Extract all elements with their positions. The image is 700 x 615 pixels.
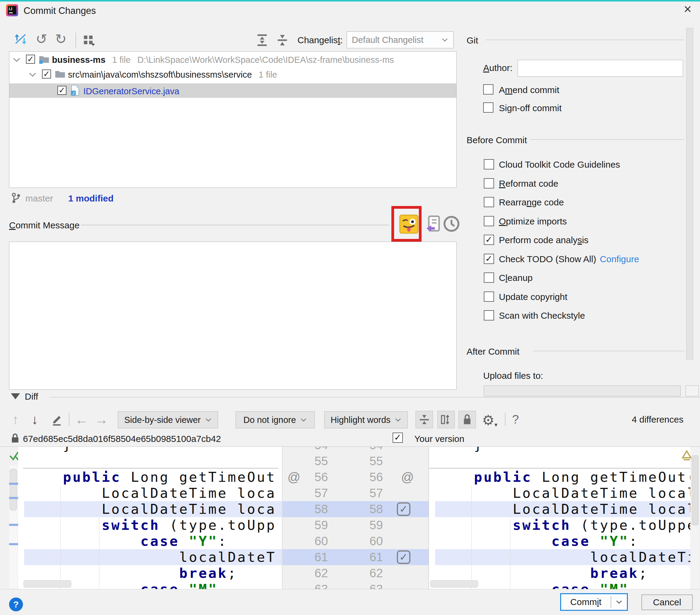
commit-split-button[interactable]: Commit: [560, 593, 628, 611]
line-number-left: 55: [283, 453, 328, 469]
line-number-right: 59: [338, 517, 383, 533]
checkbox-module[interactable]: ✓: [26, 55, 35, 64]
checkbox-signoff-commit[interactable]: [483, 102, 493, 113]
tree-item-package[interactable]: src\main\java\com\shszsoft\businessms\se…: [68, 70, 277, 80]
checkbox-include-change[interactable]: ✓: [392, 432, 403, 443]
amend-commit-label: Amend commit: [499, 85, 559, 95]
line-number-right: 54: [338, 447, 383, 453]
before-commit-option: Optimize imports: [465, 212, 688, 231]
upload-browse-button[interactable]: [686, 385, 699, 396]
commit-message-input[interactable]: [9, 242, 457, 390]
tree-item-module[interactable]: business-ms 1 file D:\LinkSpace\Work\Wor…: [52, 55, 394, 65]
rollback-icon[interactable]: ↺: [36, 31, 47, 47]
checkbox-file[interactable]: ✓: [58, 86, 66, 95]
after-commit-rule: [533, 351, 684, 351]
option-label: Cloud Toolkit Code Guidelines: [499, 160, 620, 170]
modified-count-link[interactable]: 1 modified: [68, 193, 114, 204]
checkbox-amend-commit[interactable]: [483, 84, 493, 95]
refresh-icon[interactable]: ↻: [55, 31, 67, 47]
diff-right-editor[interactable]: } public Long getTimeOut( LocalDateTime …: [429, 447, 690, 589]
diff-code-line: LocalDateTime localD: [435, 485, 690, 501]
line-number-left: 59: [283, 517, 328, 533]
revision-hash: 67ed685ec5d8da016f58504e65b0985100a7cb42: [23, 434, 221, 444]
diff-gutter: 545455555656@@57575858✓595960606161✓6262…: [283, 447, 429, 589]
commit-history-icon[interactable]: [424, 215, 441, 233]
tree-item-file[interactable]: IDGeneratorService.java: [83, 86, 179, 96]
checkbox-check-todo-show-all-[interactable]: ✓: [484, 254, 494, 264]
previous-difference-icon[interactable]: ↑: [12, 412, 19, 427]
checkbox-update-copyright[interactable]: [484, 292, 494, 302]
line-number-right: 58: [338, 501, 383, 517]
configure-link[interactable]: Configure: [600, 254, 639, 264]
previous-change-icon[interactable]: ←: [75, 412, 88, 427]
chevron-down-icon: [615, 600, 623, 604]
edit-source-icon[interactable]: [50, 413, 63, 426]
option-label: Perform code analysis: [499, 235, 589, 245]
read-only-lock-toggle[interactable]: [459, 411, 476, 428]
package-name: src\main\java\com\shszsoft\businessms\se…: [68, 70, 252, 79]
editor-scrollbar[interactable]: [691, 447, 699, 589]
line-number-right: 60: [338, 533, 383, 549]
before-commit-rule: [530, 139, 684, 140]
checkbox-include-line-change[interactable]: ✓: [397, 550, 410, 564]
checkbox-rearrange-code[interactable]: [484, 197, 494, 207]
next-change-icon[interactable]: →: [95, 412, 108, 427]
diff-collapse-caret[interactable]: [11, 393, 20, 399]
diff-gutter-row: 6060: [283, 533, 428, 549]
highlight-mode-value: Highlight words: [331, 415, 390, 425]
diff-code-line: LocalDateTime localD: [435, 501, 690, 517]
chevron-down-icon: [205, 418, 212, 422]
checkbox-scan-with-checkstyle[interactable]: [484, 310, 494, 320]
commit-button-label[interactable]: Commit: [561, 597, 611, 607]
diff-left-editor[interactable]: } public Long getTimeOut LocalDateTime l…: [18, 447, 282, 589]
diff-code-line: [24, 453, 282, 469]
horizontal-scrollbar-thumb[interactable]: [24, 580, 71, 588]
author-field[interactable]: [517, 60, 683, 77]
commit-message-label: Commit Message: [9, 220, 79, 231]
left-marker-strip[interactable]: [9, 465, 17, 589]
clock-history-icon[interactable]: [443, 215, 460, 233]
fold-separator: [23, 468, 278, 468]
diff-code-line: switch (type.toUppe: [435, 517, 690, 533]
checkbox-perform-code-analysis[interactable]: ✓: [484, 235, 494, 245]
diff-settings-gear-icon[interactable]: ⚙▾: [482, 412, 497, 428]
next-difference-icon[interactable]: ↓: [32, 412, 38, 427]
diff-code-line: localDateTi: [435, 549, 690, 565]
group-by-icon[interactable]: [82, 34, 96, 48]
help-icon[interactable]: ?: [9, 598, 23, 611]
diff-help-icon[interactable]: ?: [512, 413, 519, 426]
expand-all-icon[interactable]: [255, 33, 269, 47]
horizontal-scrollbar-thumb[interactable]: [430, 580, 478, 588]
options-scrollbar[interactable]: [686, 28, 693, 359]
checkbox-include-line-change[interactable]: ✓: [397, 502, 410, 516]
highlight-mode-dropdown[interactable]: Highlight words: [324, 411, 408, 428]
diff-code-line: LocalDateTime loca: [24, 485, 282, 501]
checkbox-optimize-imports[interactable]: [484, 216, 494, 226]
emoji-picker-icon[interactable]: [399, 214, 418, 234]
app-icon: IJ: [6, 4, 18, 16]
checkbox-package[interactable]: ✓: [42, 70, 51, 78]
refresh-changes-icon[interactable]: [13, 32, 28, 47]
chevron-down-icon[interactable]: [29, 72, 37, 77]
diff-code-line: public Long getTimeOut: [24, 469, 282, 485]
window-accent-strip: [0, 0, 700, 1]
commit-options-chevron[interactable]: [611, 600, 627, 604]
chevron-down-icon[interactable]: [13, 58, 21, 62]
module-folder-icon: [39, 54, 50, 64]
checkbox-cleanup[interactable]: [484, 272, 494, 283]
cancel-button[interactable]: Cancel: [641, 594, 693, 610]
change-marker-at: @: [401, 469, 414, 485]
viewer-mode-dropdown[interactable]: Side-by-side viewer: [118, 411, 218, 428]
ignore-mode-dropdown[interactable]: Do not ignore: [236, 411, 315, 428]
java-file-icon: J: [70, 85, 80, 96]
upload-target-dropdown[interactable]: [484, 385, 681, 396]
collapse-all-icon[interactable]: [275, 33, 289, 47]
sync-scrolling-toggle[interactable]: [437, 411, 455, 428]
inspection-warning-icon[interactable]: [681, 450, 692, 462]
close-icon[interactable]: ×: [680, 2, 695, 16]
collapse-unchanged-toggle[interactable]: [415, 411, 433, 428]
checkbox-reformat-code[interactable]: [484, 178, 494, 188]
changelist-dropdown[interactable]: Default Changelist: [347, 32, 453, 48]
checkbox-cloud-toolkit-code-guidelines[interactable]: [484, 159, 494, 170]
diff-gutter-row: 5656@@: [283, 469, 428, 485]
